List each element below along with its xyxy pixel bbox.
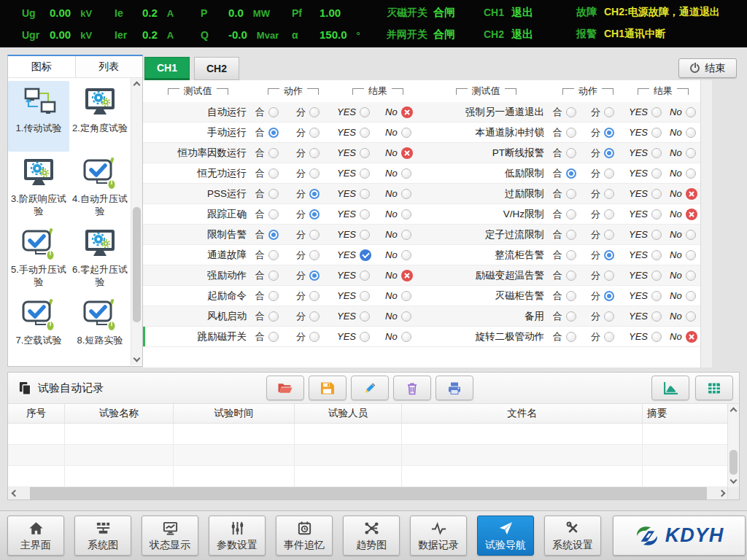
no-radio-icon[interactable]: [401, 209, 411, 219]
result-no-cell[interactable]: No: [667, 188, 700, 200]
result-no-cell[interactable]: No: [667, 229, 700, 240]
result-yes-cell[interactable]: YES: [626, 188, 667, 199]
result-no-cell[interactable]: No: [382, 270, 422, 281]
action-close-cell[interactable]: 合: [252, 167, 293, 180]
yes-radio-icon[interactable]: [360, 128, 370, 138]
close-radio-icon[interactable]: [268, 189, 279, 199]
action-close-cell[interactable]: 合: [252, 310, 293, 323]
close-radio-icon[interactable]: [566, 291, 576, 301]
action-open-cell[interactable]: 分: [293, 187, 334, 201]
open-radio-icon[interactable]: [309, 230, 320, 240]
result-no-cell[interactable]: No: [382, 127, 422, 138]
action-open-cell[interactable]: 分: [588, 269, 626, 282]
yes-radio-icon[interactable]: [651, 189, 662, 199]
close-radio-icon[interactable]: [566, 148, 576, 158]
no-radio-icon[interactable]: [686, 107, 696, 117]
no-radio-icon[interactable]: [401, 230, 411, 240]
result-yes-cell[interactable]: YES: [334, 270, 382, 281]
result-yes-cell[interactable]: YES: [334, 331, 382, 342]
result-yes-cell[interactable]: YES: [334, 147, 382, 158]
delete-button[interactable]: [393, 376, 431, 400]
open-radio-icon[interactable]: [309, 209, 320, 219]
sidebar-scrollbar[interactable]: [131, 78, 142, 365]
result-no-cell[interactable]: No: [382, 229, 422, 240]
action-close-cell[interactable]: 合: [550, 167, 588, 180]
action-close-cell[interactable]: 合: [550, 310, 588, 323]
result-yes-cell[interactable]: YES: [334, 106, 382, 117]
action-open-cell[interactable]: 分: [588, 187, 626, 201]
close-radio-icon[interactable]: [268, 291, 279, 301]
print-button[interactable]: [436, 376, 473, 400]
action-close-cell[interactable]: 合: [550, 187, 588, 201]
nav-system-settings-button[interactable]: 系统设置: [544, 516, 601, 556]
open-radio-icon[interactable]: [309, 128, 320, 138]
nav-data-record-button[interactable]: 数据记录: [410, 516, 467, 556]
records-column-header[interactable]: 试验时间: [174, 404, 295, 423]
action-open-cell[interactable]: 分: [293, 208, 334, 221]
action-open-cell[interactable]: 分: [293, 126, 334, 139]
result-yes-cell[interactable]: YES: [626, 229, 667, 240]
open-radio-icon[interactable]: [309, 311, 320, 322]
close-radio-icon[interactable]: [268, 148, 279, 158]
result-no-cell[interactable]: No: [382, 106, 422, 118]
scroll-thumb[interactable]: [729, 450, 738, 475]
yes-radio-icon[interactable]: [360, 291, 370, 301]
no-radio-icon[interactable]: [401, 189, 411, 199]
open-radio-icon[interactable]: [309, 271, 320, 281]
result-yes-cell[interactable]: YES: [626, 290, 667, 301]
result-no-cell[interactable]: No: [667, 270, 700, 281]
yes-radio-icon[interactable]: [651, 209, 662, 219]
result-yes-cell[interactable]: YES: [626, 168, 667, 179]
open-radio-icon[interactable]: [604, 128, 614, 138]
no-radio-icon[interactable]: [686, 331, 697, 343]
close-radio-icon[interactable]: [566, 271, 576, 281]
save-button[interactable]: [309, 376, 347, 400]
records-horizontal-scrollbar[interactable]: [8, 487, 729, 499]
result-no-cell[interactable]: No: [382, 311, 422, 322]
sidebar-test-item[interactable]: 2.定角度试验: [69, 81, 131, 152]
result-yes-cell[interactable]: YES: [626, 311, 667, 322]
result-yes-cell[interactable]: YES: [334, 209, 382, 219]
sidebar-test-item[interactable]: 8.短路实验: [69, 293, 131, 364]
no-radio-icon[interactable]: [401, 311, 411, 322]
result-no-cell[interactable]: No: [382, 249, 422, 260]
no-radio-icon[interactable]: [686, 168, 696, 179]
sidebar-test-item[interactable]: 1.传动试验: [8, 81, 69, 152]
open-radio-icon[interactable]: [604, 332, 614, 342]
result-no-cell[interactable]: No: [667, 331, 700, 343]
action-close-cell[interactable]: 合: [252, 187, 293, 201]
action-close-cell[interactable]: 合: [550, 269, 588, 282]
open-radio-icon[interactable]: [309, 291, 320, 301]
action-open-cell[interactable]: 分: [293, 147, 334, 160]
result-no-cell[interactable]: No: [667, 311, 700, 322]
checklist-scrollbar[interactable]: [700, 80, 712, 368]
result-yes-cell[interactable]: YES: [626, 147, 667, 158]
action-close-cell[interactable]: 合: [550, 289, 588, 303]
scroll-down-icon[interactable]: [730, 477, 738, 484]
end-button[interactable]: 结束: [678, 58, 737, 78]
result-yes-cell[interactable]: YES: [334, 127, 382, 138]
yes-radio-icon[interactable]: [651, 271, 662, 281]
scroll-up-icon[interactable]: [730, 408, 738, 415]
yes-radio-icon[interactable]: [360, 209, 370, 219]
yes-radio-icon[interactable]: [651, 311, 662, 322]
close-radio-icon[interactable]: [268, 209, 279, 219]
action-open-cell[interactable]: 分: [588, 147, 626, 160]
result-yes-cell[interactable]: YES: [334, 311, 382, 322]
no-radio-icon[interactable]: [401, 128, 411, 138]
no-radio-icon[interactable]: [686, 250, 696, 260]
yes-radio-icon[interactable]: [651, 168, 662, 179]
action-close-cell[interactable]: 合: [252, 147, 293, 160]
close-radio-icon[interactable]: [566, 332, 576, 342]
no-radio-icon[interactable]: [401, 270, 413, 281]
close-radio-icon[interactable]: [566, 250, 576, 260]
close-radio-icon[interactable]: [268, 168, 279, 179]
action-close-cell[interactable]: 合: [550, 147, 588, 160]
tab-list-view[interactable]: 列表: [75, 56, 143, 77]
records-column-header[interactable]: 文件名: [402, 404, 643, 423]
sidebar-test-item[interactable]: 7.空载试验: [8, 293, 69, 364]
kdyh-logo[interactable]: KDYH: [613, 516, 746, 556]
tab-icon-view[interactable]: 图标: [8, 56, 75, 77]
no-radio-icon[interactable]: [401, 250, 411, 260]
action-open-cell[interactable]: 分: [588, 330, 626, 343]
